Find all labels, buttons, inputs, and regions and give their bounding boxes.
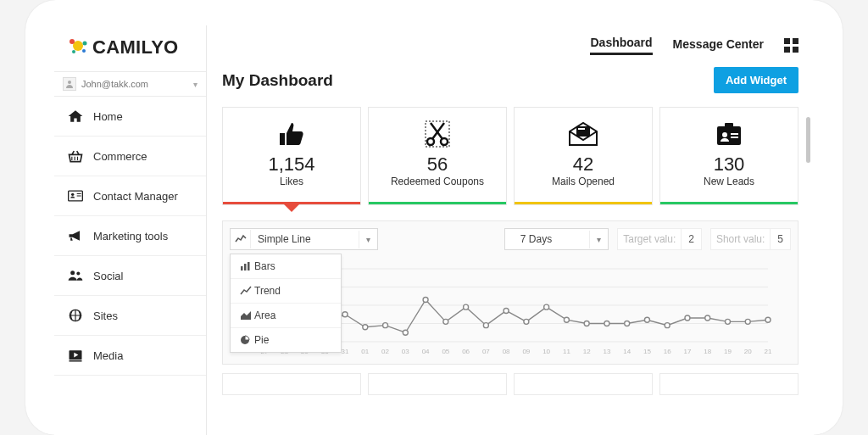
widget-placeholder[interactable]: [222, 373, 361, 395]
tab-message-center[interactable]: Message Center: [673, 37, 764, 54]
trend-icon: [237, 286, 254, 296]
main-content: Dashboard Message Center My Dashboard Ad…: [207, 25, 814, 435]
placeholder: Short valu:: [711, 229, 770, 249]
stat-value: 130: [664, 153, 794, 176]
stat-label: Mails Opened: [518, 176, 648, 187]
svg-rect-12: [70, 360, 82, 362]
apps-grid-icon[interactable]: [784, 38, 798, 53]
short-value-input[interactable]: Short valu: 5: [710, 228, 791, 250]
sidebar-item-contacts[interactable]: Contact Manager: [54, 176, 206, 216]
svg-point-71: [423, 298, 428, 303]
badge-icon: [664, 118, 794, 148]
sidebar-item-media[interactable]: Media: [54, 336, 206, 376]
svg-point-83: [665, 323, 670, 328]
widget-placeholder[interactable]: [659, 373, 798, 395]
target-value-input[interactable]: Target valu: 2: [617, 228, 702, 250]
svg-point-86: [725, 319, 730, 324]
chart-type-dropdown: Bars Trend Area Pie: [230, 254, 342, 353]
svg-text:12: 12: [583, 348, 591, 355]
svg-point-84: [685, 315, 690, 321]
stat-value: 56: [372, 153, 503, 176]
svg-point-68: [363, 325, 368, 330]
sidebar-item-label: Contact Manager: [93, 190, 178, 203]
svg-point-8: [70, 270, 75, 275]
svg-point-74: [483, 323, 488, 328]
svg-point-1: [70, 39, 75, 44]
date-range-select[interactable]: 7 Days ▾: [504, 228, 609, 250]
tab-dashboard[interactable]: Dashboard: [590, 36, 652, 55]
svg-text:09: 09: [522, 348, 530, 355]
svg-text:07: 07: [482, 348, 490, 355]
widget-placeholder[interactable]: [514, 373, 653, 395]
top-tabs: Dashboard Message Center: [222, 36, 798, 60]
people-icon: [66, 268, 85, 283]
stat-coupons[interactable]: 56 Redeemed Coupons: [368, 107, 507, 205]
option-bars[interactable]: Bars: [231, 254, 341, 279]
svg-text:31: 31: [342, 348, 349, 355]
stat-label: Likes: [226, 176, 357, 187]
stat-mails[interactable]: 42 Mails Opened: [514, 107, 653, 205]
sidebar-item-sites[interactable]: Sites: [54, 296, 206, 336]
widget-placeholder[interactable]: [368, 373, 507, 395]
stat-likes[interactable]: 1,154 Likes: [222, 107, 361, 205]
stat-leads[interactable]: 130 New Leads: [659, 107, 798, 205]
svg-rect-22: [731, 137, 738, 138]
svg-text:13: 13: [603, 348, 610, 355]
scissors-icon: [372, 118, 503, 148]
svg-text:02: 02: [381, 348, 389, 355]
svg-point-7: [71, 193, 74, 196]
svg-text:17: 17: [684, 348, 692, 355]
svg-point-67: [342, 312, 348, 317]
megaphone-icon: [66, 228, 85, 243]
scrollbar-thumb[interactable]: [806, 117, 810, 163]
svg-point-81: [625, 321, 630, 326]
add-widget-button[interactable]: Add Widget: [714, 67, 798, 93]
svg-text:01: 01: [361, 348, 369, 355]
placeholder: Target valu:: [618, 229, 681, 249]
input-value: 5: [770, 229, 790, 249]
svg-point-70: [403, 330, 408, 335]
sidebar-item-social[interactable]: Social: [54, 256, 206, 296]
range-label: 7 Days: [505, 229, 589, 249]
brand-mark-icon: [66, 36, 90, 61]
sidebar-item-label: Social: [93, 270, 123, 282]
svg-text:19: 19: [724, 348, 732, 355]
sidebar-item-label: Marketing tools: [93, 230, 168, 243]
option-label: Pie: [254, 334, 269, 346]
stat-label: New Leads: [664, 176, 794, 187]
svg-point-88: [765, 317, 771, 322]
svg-point-79: [584, 321, 589, 326]
option-area[interactable]: Area: [231, 304, 341, 328]
id-card-icon: [66, 188, 85, 204]
stat-value: 42: [518, 153, 648, 176]
option-pie[interactable]: Pie: [231, 328, 341, 352]
sidebar-item-label: Commerce: [93, 150, 147, 163]
svg-text:21: 21: [765, 348, 772, 355]
chevron-down-icon: ▾: [359, 231, 377, 248]
svg-rect-17: [578, 128, 585, 130]
play-icon: [66, 348, 85, 363]
svg-text:20: 20: [744, 348, 752, 355]
chevron-down-icon: ▾: [589, 231, 608, 248]
svg-point-2: [83, 42, 87, 46]
sidebar-item-label: Home: [93, 110, 123, 123]
user-icon: [63, 77, 76, 91]
svg-point-20: [722, 132, 727, 137]
svg-text:08: 08: [503, 348, 510, 355]
input-value: 2: [681, 229, 701, 249]
svg-point-87: [745, 319, 750, 324]
svg-rect-18: [717, 126, 741, 145]
svg-point-3: [72, 50, 75, 53]
screen: CAMILYO John@takk.com ▾ Home Commerce Co…: [54, 25, 814, 435]
chart-type-select[interactable]: Simple Line ▾: [230, 228, 378, 250]
envelope-open-icon: [518, 118, 648, 148]
option-trend[interactable]: Trend: [231, 279, 341, 304]
sidebar-item-marketing[interactable]: Marketing tools: [54, 216, 206, 256]
svg-text:06: 06: [462, 348, 470, 355]
sidebar-item-commerce[interactable]: Commerce: [54, 137, 206, 176]
svg-point-9: [76, 272, 80, 276]
svg-text:11: 11: [563, 348, 570, 355]
sidebar-item-home[interactable]: Home: [54, 97, 206, 137]
user-dropdown[interactable]: John@takk.com ▾: [54, 71, 206, 97]
monitor-frame: CAMILYO John@takk.com ▾ Home Commerce Co…: [25, 0, 843, 435]
